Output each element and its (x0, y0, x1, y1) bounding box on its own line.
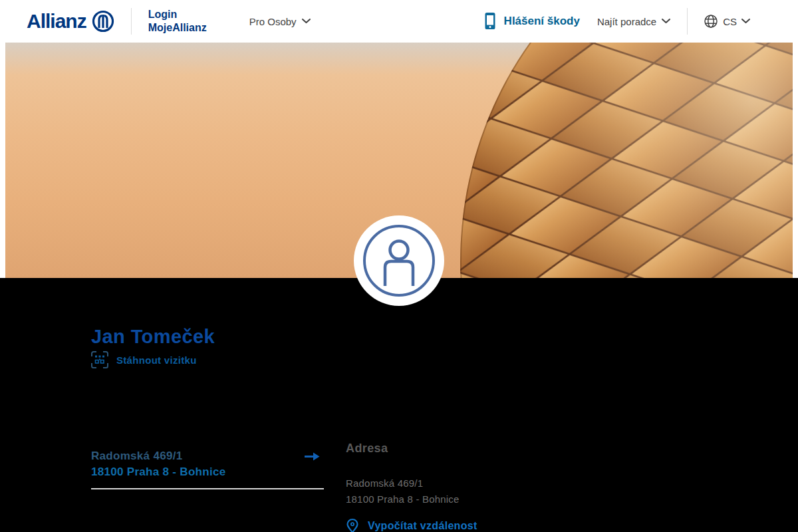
address-heading: Adresa (346, 442, 477, 456)
address-city: 18100 Praha 8 - Bohnice (346, 491, 477, 507)
login-mojeallianz-link[interactable]: Login MojeAllianz (148, 8, 207, 35)
qr-code-icon (91, 351, 108, 368)
advisor-name: Jan Tomeček (91, 326, 798, 347)
nav-pro-osoby[interactable]: Pro Osoby (249, 16, 311, 27)
nav-divider (687, 8, 688, 35)
allianz-wordmark: Allianz (27, 10, 86, 33)
login-line2: MojeAllianz (148, 21, 207, 35)
address-street: Radomská 469/1 (346, 475, 477, 491)
login-line1: Login (148, 8, 207, 21)
claims-label: Hlášení škody (504, 15, 580, 28)
chevron-down-icon (662, 19, 670, 24)
language-selector[interactable]: CS (704, 14, 750, 29)
location-pin-icon (346, 518, 359, 532)
profile-columns: Radomská 469/1 18100 Praha 8 - Bohnice A… (91, 448, 798, 532)
calculate-distance-link[interactable]: Vypočítat vzdálenost (346, 518, 477, 532)
office-street: Radomská 469/1 (91, 448, 324, 464)
download-vcard-link[interactable]: Stáhnout vizitku (91, 351, 798, 368)
language-code: CS (723, 16, 737, 27)
golden-facade-dome (459, 43, 793, 278)
advisor-profile-section: Jan Tomeček Stáhnout vizitku Radomská 46… (0, 278, 798, 532)
phone-icon (483, 11, 497, 31)
allianz-logo[interactable]: Allianz (27, 10, 114, 33)
find-advisor-label: Najít poradce (597, 16, 656, 27)
nav-divider (131, 8, 132, 35)
allianz-eagle-icon (92, 10, 114, 33)
download-vcard-label: Stáhnout vizitku (116, 354, 197, 366)
top-navigation: Allianz Login MojeAllianz Pro Osoby (0, 0, 798, 43)
chevron-down-icon (741, 19, 750, 24)
advisor-avatar (354, 215, 444, 306)
calculate-distance-label: Vypočítat vzdálenost (368, 520, 477, 532)
claims-report-link[interactable]: Hlášení škody (483, 11, 580, 31)
nav-find-advisor[interactable]: Najít poradce (597, 16, 670, 27)
person-avatar-icon (354, 215, 444, 306)
address-column: Adresa Radomská 469/1 18100 Praha 8 - Bo… (346, 442, 477, 532)
office-city: 18100 Praha 8 - Bohnice (91, 464, 324, 480)
nav-right-group: Hlášení škody Najít poradce CS (483, 8, 750, 35)
office-location-card[interactable]: Radomská 469/1 18100 Praha 8 - Bohnice (91, 448, 324, 489)
arrow-right-icon (305, 452, 320, 461)
chevron-down-icon (302, 19, 311, 24)
pro-osoby-label: Pro Osoby (249, 16, 297, 27)
globe-icon (704, 14, 718, 29)
